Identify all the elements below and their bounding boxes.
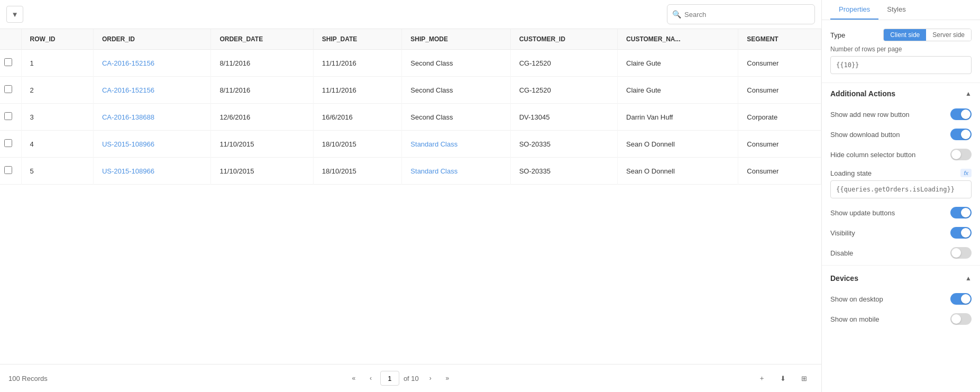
col-customer-id: CUSTOMER_ID [510,29,617,50]
devices-header[interactable]: Devices ▲ [822,268,980,289]
show-download-label: Show download button [830,131,900,139]
col-checkbox [0,29,21,50]
cell-order-id: CA-2016-152156 [93,50,210,77]
rows-per-page-input[interactable] [830,56,972,74]
col-order-date: ORDER_DATE [211,29,313,50]
table-row: 1 CA-2016-152156 8/11/2016 11/11/2016 Se… [0,50,821,77]
tab-properties[interactable]: Properties [830,0,878,20]
cell-order-id: CA-2016-138688 [93,104,210,131]
filter-button[interactable]: ▼ [6,6,23,23]
cell-order-date: 11/10/2015 [211,131,313,158]
download-button[interactable]: ⬇ [775,370,792,387]
show-mobile-toggle[interactable] [950,313,972,325]
footer-actions: ＋ ⬇ ⊞ [754,370,813,387]
cell-ship-date: 11/11/2016 [313,77,402,104]
cell-segment: Corporate [738,104,821,131]
cell-customer-id: CG-12520 [510,77,617,104]
add-row-button[interactable]: ＋ [754,370,771,387]
cell-customer-name: Darrin Van Huff [618,104,738,131]
hide-column-selector-label: Hide column selector button [830,151,915,159]
main-content: ▼ 🔍 ROW_ID ORDER_ID ORDER_DATE SHIP_DATE… [0,0,821,392]
tab-styles[interactable]: Styles [878,0,914,20]
additional-actions-header[interactable]: Additional Actions ▲ [822,83,980,104]
cell-customer-id: DV-13045 [510,104,617,131]
toolbar: ▼ 🔍 [0,0,821,29]
col-ship-mode: SHIP_MODE [402,29,510,50]
devices-title: Devices [830,274,858,282]
type-client-side-button[interactable]: Client side [884,29,926,41]
disable-toggle[interactable] [950,247,972,259]
search-icon: 🔍 [672,10,681,19]
toggle-show-download: Show download button [822,124,980,144]
hide-column-selector-toggle[interactable] [950,149,972,160]
cell-row-id: 1 [21,50,93,77]
panel-tabs: Properties Styles [822,0,980,20]
cell-order-date: 12/6/2016 [211,104,313,131]
type-toggle-group: Client side Server side [883,29,972,41]
additional-actions-arrow: ▲ [965,90,972,97]
cell-ship-date: 18/10/2015 [313,131,402,158]
col-order-id: ORDER_ID [93,29,210,50]
cell-order-id: CA-2016-152156 [93,77,210,104]
type-row: Type Client side Server side [830,29,972,41]
cell-ship-date: 18/10/2015 [313,158,402,185]
row-checkbox[interactable] [4,58,12,66]
cell-order-date: 8/11/2016 [211,50,313,77]
show-desktop-label: Show on desktop [830,295,883,303]
devices-arrow: ▲ [965,275,972,282]
page-prev-button[interactable]: ‹ [363,371,378,386]
table-row: 3 CA-2016-138688 12/6/2016 16/6/2016 Sec… [0,104,821,131]
cell-ship-mode: Second Class [402,50,510,77]
page-first-button[interactable]: « [346,371,361,386]
show-update-buttons-label: Show update buttons [830,209,895,217]
filter-icon: ▼ [11,11,18,19]
table-row: 5 US-2015-108966 11/10/2015 18/10/2015 S… [0,158,821,185]
fx-badge[interactable]: fx [960,169,972,177]
data-table: ROW_ID ORDER_ID ORDER_DATE SHIP_DATE SHI… [0,29,821,185]
cell-order-date: 8/11/2016 [211,77,313,104]
cell-row-id: 4 [21,131,93,158]
cell-segment: Consumer [738,158,821,185]
cell-customer-id: SO-20335 [510,158,617,185]
visibility-label: Visibility [830,229,855,237]
right-panel: Properties Styles Type Client side Serve… [821,0,980,392]
row-checkbox-cell [0,131,21,158]
show-add-row-label: Show add new row button [830,111,910,118]
show-desktop-toggle[interactable] [950,293,972,305]
cell-customer-id: CG-12520 [510,50,617,77]
cell-segment: Consumer [738,77,821,104]
row-checkbox-cell [0,50,21,77]
show-update-buttons-toggle[interactable] [950,207,972,218]
cell-segment: Consumer [738,131,821,158]
cell-row-id: 2 [21,77,93,104]
page-of-label: of 10 [404,375,419,382]
loading-state-input[interactable] [830,180,972,198]
row-checkbox[interactable] [4,166,12,174]
show-download-toggle[interactable] [950,129,972,140]
pagination: « ‹ of 10 › » [346,371,455,386]
page-next-button[interactable]: › [423,371,438,386]
row-checkbox[interactable] [4,139,12,147]
row-checkbox[interactable] [4,85,12,93]
toggle-show-update-buttons: Show update buttons [822,203,980,223]
page-last-button[interactable]: » [440,371,455,386]
col-row-id: ROW_ID [21,29,93,50]
cell-order-date: 11/10/2015 [211,158,313,185]
cell-row-id: 3 [21,104,93,131]
row-checkbox[interactable] [4,112,12,120]
show-add-row-toggle[interactable] [950,108,972,120]
table-footer: 100 Records « ‹ of 10 › » ＋ ⬇ ⊞ [0,364,821,392]
page-number-input[interactable] [380,371,399,386]
column-selector-button[interactable]: ⊞ [796,370,813,387]
type-server-side-button[interactable]: Server side [926,29,971,41]
toggle-disable: Disable [822,243,980,263]
col-segment: SEGMENT [738,29,821,50]
type-section: Type Client side Server side Number of r… [822,20,980,83]
row-checkbox-cell [0,77,21,104]
search-input[interactable] [667,4,815,24]
cell-segment: Consumer [738,50,821,77]
cell-customer-name: Claire Gute [618,50,738,77]
loading-state-label: Loading state [830,169,872,177]
visibility-toggle[interactable] [950,227,972,239]
table-row: 4 US-2015-108966 11/10/2015 18/10/2015 S… [0,131,821,158]
